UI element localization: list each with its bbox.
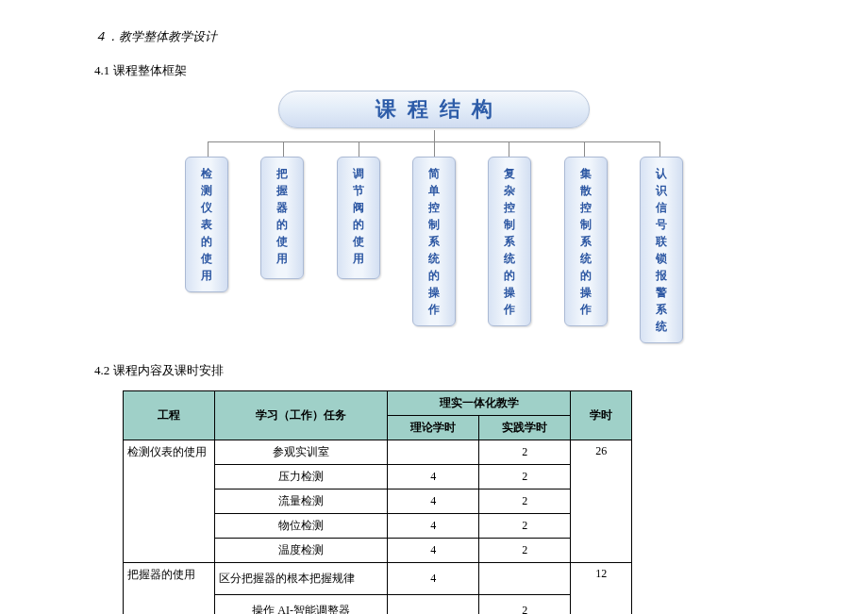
diagram-box-char: 单 (428, 182, 440, 199)
diagram-box-char: 的 (504, 267, 515, 284)
diagram-box-char: 用 (201, 267, 212, 284)
diagram-box-char: 制 (580, 216, 592, 233)
diagram-box-6: 认识信号联锁报警系统 (640, 157, 683, 343)
diagram-connectors (170, 130, 698, 157)
cell-theory: 4 (388, 563, 479, 595)
course-structure-diagram: 课程结构 检测仪表的使用把握器的使用调节阀的使用简单控制系统的操作复杂控制系统的… (170, 91, 698, 343)
cell-task: 区分把握器的根本把握规律 (215, 563, 388, 595)
diagram-box-char: 检 (201, 165, 212, 182)
cell-theory (388, 440, 479, 465)
diagram-title-box: 课程结构 (278, 91, 590, 128)
cell-task: 流量检测 (215, 490, 388, 514)
diagram-box-char: 简 (428, 165, 440, 182)
diagram-box-char: 的 (428, 267, 440, 284)
diagram-box-char: 统 (580, 250, 592, 267)
cell-practice: 2 (479, 440, 571, 465)
diagram-box-char: 把 (276, 165, 288, 182)
diagram-box-char: 的 (201, 233, 212, 250)
diagram-box-char: 调 (353, 165, 364, 182)
th-integrated: 理实一体化教学 (388, 391, 571, 416)
diagram-box-char: 系 (504, 233, 515, 250)
diagram-box-char: 控 (580, 199, 592, 216)
cell-practice: 2 (479, 465, 571, 490)
diagram-box-char: 仪 (201, 199, 212, 216)
table-row: 把握器的使用区分把握器的根本把握规律412 (124, 563, 632, 595)
diagram-box-char: 制 (504, 216, 515, 233)
course-table-wrap: 工程 学习（工作）任务 理实一体化教学 学时 理论学时 实践学时 检测仪表的使用… (123, 390, 774, 614)
cell-theory: 4 (388, 539, 479, 563)
diagram-box-char: 操 (580, 284, 592, 301)
cell-theory (388, 595, 479, 615)
diagram-box-char: 使 (353, 233, 364, 250)
diagram-box-char: 操 (504, 284, 515, 301)
diagram-box-1: 把握器的使用 (260, 157, 304, 279)
diagram-box-char: 识 (656, 182, 667, 199)
cell-task: 压力检测 (215, 465, 388, 490)
cell-project: 把握器的使用 (124, 563, 215, 615)
diagram-box-char: 阀 (353, 199, 364, 216)
cell-task: 操作 AI-智能调整器 (215, 595, 388, 615)
diagram-title: 课程结构 (364, 95, 504, 124)
diagram-box-char: 信 (656, 199, 667, 216)
cell-task: 物位检测 (215, 514, 388, 539)
cell-hours: 26 (571, 440, 632, 563)
diagram-box-2: 调节阀的使用 (337, 157, 380, 279)
diagram-box-char: 作 (428, 301, 440, 318)
cell-task: 温度检测 (215, 539, 388, 563)
diagram-box-char: 握 (276, 182, 288, 199)
diagram-box-char: 散 (580, 182, 592, 199)
diagram-box-char: 的 (580, 267, 592, 284)
th-theory: 理论学时 (388, 416, 479, 440)
section-4-heading: ４．教学整体教学设计 (94, 28, 774, 45)
diagram-box-5: 集散控制系统的操作 (564, 157, 608, 326)
table-row: 检测仪表的使用参观实训室226 (124, 440, 632, 465)
diagram-box-3: 简单控制系统的操作 (412, 157, 456, 326)
diagram-box-char: 测 (201, 182, 212, 199)
diagram-box-char: 报 (656, 267, 667, 284)
diagram-box-char: 杂 (504, 182, 515, 199)
cell-practice: 2 (479, 490, 571, 514)
diagram-box-char: 警 (656, 284, 667, 301)
cell-hours: 12 (571, 563, 632, 615)
diagram-box-char: 复 (504, 165, 515, 182)
diagram-box-char: 统 (504, 250, 515, 267)
cell-practice (479, 563, 571, 595)
diagram-boxes-row: 检测仪表的使用把握器的使用调节阀的使用简单控制系统的操作复杂控制系统的操作集散控… (170, 157, 698, 343)
course-hours-table: 工程 学习（工作）任务 理实一体化教学 学时 理论学时 实践学时 检测仪表的使用… (123, 390, 632, 614)
cell-practice: 2 (479, 539, 571, 563)
cell-theory: 4 (388, 490, 479, 514)
diagram-box-char: 控 (504, 199, 515, 216)
th-task: 学习（工作）任务 (215, 391, 388, 440)
diagram-box-char: 集 (580, 165, 592, 182)
diagram-box-char: 作 (504, 301, 515, 318)
th-project: 工程 (124, 391, 215, 440)
diagram-box-4: 复杂控制系统的操作 (488, 157, 531, 326)
diagram-box-char: 的 (353, 216, 364, 233)
diagram-box-char: 号 (656, 216, 667, 233)
diagram-box-char: 用 (353, 250, 364, 267)
diagram-box-char: 制 (428, 216, 440, 233)
diagram-box-char: 使 (201, 250, 212, 267)
diagram-box-char: 锁 (656, 250, 667, 267)
diagram-box-char: 用 (276, 250, 288, 267)
cell-theory: 4 (388, 514, 479, 539)
diagram-box-char: 节 (353, 182, 364, 199)
th-hours: 学时 (571, 391, 632, 440)
cell-practice: 2 (479, 514, 571, 539)
diagram-box-char: 的 (276, 216, 288, 233)
diagram-box-char: 操 (428, 284, 440, 301)
diagram-box-0: 检测仪表的使用 (185, 157, 228, 292)
diagram-box-char: 统 (656, 318, 667, 335)
diagram-box-char: 作 (580, 301, 592, 318)
th-practice: 实践学时 (479, 416, 571, 440)
diagram-box-char: 系 (428, 233, 440, 250)
diagram-box-char: 联 (656, 233, 667, 250)
cell-project: 检测仪表的使用 (124, 440, 215, 563)
diagram-box-char: 控 (428, 199, 440, 216)
cell-practice: 2 (479, 595, 571, 615)
diagram-box-char: 使 (276, 233, 288, 250)
diagram-box-char: 表 (201, 216, 212, 233)
cell-task: 参观实训室 (215, 440, 388, 465)
cell-theory: 4 (388, 465, 479, 490)
diagram-box-char: 器 (276, 199, 288, 216)
